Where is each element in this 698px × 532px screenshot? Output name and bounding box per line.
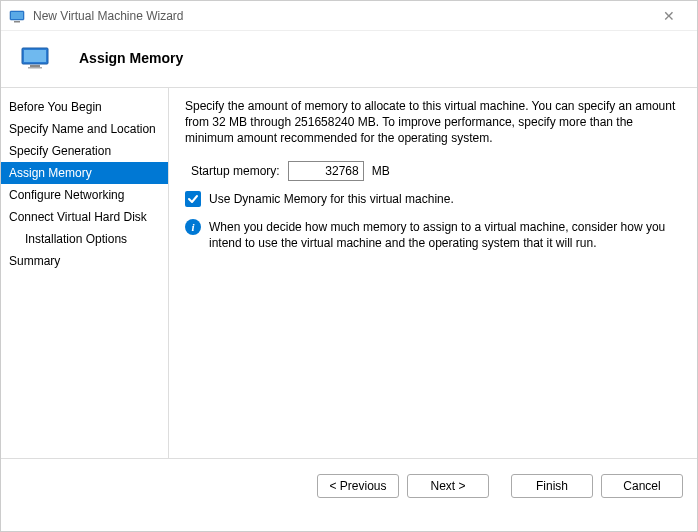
step-assign-memory[interactable]: Assign Memory <box>1 162 168 184</box>
step-specify-name-location[interactable]: Specify Name and Location <box>1 118 168 140</box>
wizard-main-panel: Specify the amount of memory to allocate… <box>169 88 697 458</box>
wizard-header: Assign Memory <box>1 31 697 87</box>
dynamic-memory-label: Use Dynamic Memory for this virtual mach… <box>209 192 454 206</box>
memory-description: Specify the amount of memory to allocate… <box>185 98 683 147</box>
step-before-you-begin[interactable]: Before You Begin <box>1 96 168 118</box>
svg-rect-6 <box>28 67 42 69</box>
close-button[interactable]: ✕ <box>649 8 689 24</box>
startup-memory-unit: MB <box>372 164 390 178</box>
step-summary[interactable]: Summary <box>1 250 168 272</box>
wizard-steps-sidebar: Before You Begin Specify Name and Locati… <box>1 88 169 458</box>
app-icon <box>9 8 25 24</box>
svg-rect-1 <box>11 12 23 19</box>
page-title: Assign Memory <box>79 50 183 66</box>
svg-rect-2 <box>14 21 20 23</box>
checkmark-icon <box>187 193 199 205</box>
wizard-footer: < Previous Next > Finish Cancel <box>1 458 697 512</box>
startup-memory-input[interactable] <box>288 161 364 181</box>
monitor-icon <box>21 47 49 69</box>
svg-rect-4 <box>24 50 46 62</box>
cancel-button[interactable]: Cancel <box>601 474 683 498</box>
svg-rect-5 <box>30 65 40 67</box>
previous-button[interactable]: < Previous <box>317 474 399 498</box>
info-icon: i <box>185 219 201 235</box>
step-connect-virtual-hard-disk[interactable]: Connect Virtual Hard Disk <box>1 206 168 228</box>
dynamic-memory-checkbox[interactable] <box>185 191 201 207</box>
window-title: New Virtual Machine Wizard <box>33 9 649 23</box>
startup-memory-label: Startup memory: <box>191 164 280 178</box>
finish-button[interactable]: Finish <box>511 474 593 498</box>
step-specify-generation[interactable]: Specify Generation <box>1 140 168 162</box>
titlebar: New Virtual Machine Wizard ✕ <box>1 1 697 31</box>
step-installation-options[interactable]: Installation Options <box>1 228 168 250</box>
next-button[interactable]: Next > <box>407 474 489 498</box>
step-configure-networking[interactable]: Configure Networking <box>1 184 168 206</box>
memory-guidance-text: When you decide how much memory to assig… <box>209 219 683 251</box>
